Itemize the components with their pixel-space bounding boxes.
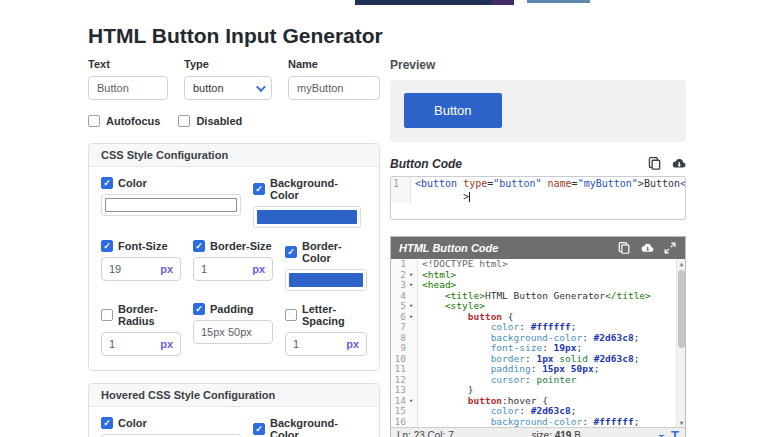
html-code-title: HTML Button Code <box>399 242 498 254</box>
padding-group: Padding 15px 50px <box>193 303 273 356</box>
background-color-checkbox[interactable] <box>253 183 265 195</box>
background-color-group: Background-Color <box>253 177 361 228</box>
padding-label: Padding <box>210 303 253 315</box>
type-field-label: Type <box>184 58 272 70</box>
border-size-group: Border-Size 1 px <box>193 240 273 291</box>
vertical-scrollbar[interactable]: ▲ ▼ <box>676 259 685 427</box>
name-field-label: Name <box>288 58 380 70</box>
name-input-value: myButton <box>297 82 343 94</box>
type-select[interactable]: button <box>184 76 272 100</box>
name-input[interactable]: myButton <box>288 76 380 100</box>
text-input[interactable]: Button <box>88 76 168 100</box>
html-code-panel-header: HTML Button Code <box>391 237 685 259</box>
color-label: Color <box>118 177 147 189</box>
hover-background-checkbox[interactable] <box>253 423 265 435</box>
radius-padding-row: Border-Radius 1 px Padding 15 <box>101 303 367 356</box>
border-size-checkbox[interactable] <box>193 240 205 252</box>
preview-panel: Button <box>390 80 686 142</box>
autofocus-checkbox[interactable] <box>88 115 100 127</box>
border-color-label: Border-Color <box>302 240 367 264</box>
expand-icon[interactable] <box>663 241 677 255</box>
border-color-swatch <box>289 273 363 287</box>
font-size-checkbox[interactable] <box>101 240 113 252</box>
disabled-checkbox-item[interactable]: Disabled <box>178 115 242 127</box>
disabled-label: Disabled <box>196 115 242 127</box>
color-checkbox[interactable] <box>101 177 113 189</box>
border-color-picker[interactable] <box>285 269 367 291</box>
padding-checkbox[interactable] <box>193 303 205 315</box>
border-radius-input[interactable]: 1 px <box>101 332 181 356</box>
border-size-input[interactable]: 1 px <box>193 257 273 281</box>
copy-icon[interactable] <box>617 241 631 255</box>
hover-color-group: Color <box>101 417 241 437</box>
text-field-group: Text Button <box>88 58 168 100</box>
hover-color-row: Color Background-Color <box>101 417 367 437</box>
file-size-unit: B <box>574 430 581 437</box>
font-size-value: 19 <box>109 263 121 275</box>
border-size-label: Border-Size <box>210 240 272 252</box>
background-color-swatch <box>257 210 357 224</box>
font-size-label: Font-Size <box>118 240 168 252</box>
font-size-input[interactable]: 19 px <box>101 257 181 281</box>
scrollbar-thumb[interactable] <box>678 270 685 348</box>
file-size-prefix: size: <box>531 430 552 437</box>
scroll-down-arrow[interactable]: ▼ <box>677 418 685 427</box>
font-increase-button[interactable]: T <box>671 428 679 437</box>
border-radius-unit: px <box>160 338 173 350</box>
letter-spacing-checkbox[interactable] <box>285 309 297 321</box>
browser-chrome-fragment-left <box>355 0 514 5</box>
border-size-unit: px <box>252 263 265 275</box>
autofocus-checkbox-item[interactable]: Autofocus <box>88 115 160 127</box>
border-radius-group: Border-Radius 1 px <box>101 303 181 356</box>
file-size: size: 419 B <box>454 430 659 437</box>
hover-style-card-title: Hovered CSS Style Configuration <box>89 384 379 407</box>
border-radius-checkbox[interactable] <box>101 309 113 321</box>
autofocus-label: Autofocus <box>106 115 160 127</box>
html-code-editor[interactable]: 1<!DOCTYPE html>2▾<html>3▾<head>4 <title… <box>391 259 685 427</box>
padding-input[interactable]: 15px 50px <box>193 320 273 344</box>
cursor-position: Ln: 23 Col: 7 <box>397 430 454 437</box>
font-decrease-button[interactable]: T <box>659 433 665 437</box>
font-border-row: Font-Size 19 px Border-Size 1 <box>101 240 367 291</box>
type-field-group: Type button <box>184 58 272 100</box>
download-icon[interactable] <box>640 241 654 255</box>
disabled-checkbox[interactable] <box>178 115 190 127</box>
output-column: Preview Button Button Code <box>390 58 686 437</box>
button-code-header: Button Code <box>390 155 686 172</box>
background-color-label: Background-Color <box>270 177 361 201</box>
type-select-value: button <box>193 82 224 94</box>
letter-spacing-group: Letter-Spacing 1 px <box>285 303 367 356</box>
button-code-editor[interactable]: 1<button type="button" name="myButton">B… <box>390 176 686 220</box>
basic-fields-row: Text Button Type button Name myButton <box>88 58 380 100</box>
download-icon[interactable] <box>671 156 686 171</box>
copy-icon[interactable] <box>647 156 662 171</box>
hover-color-label: Color <box>118 417 147 429</box>
button-code-title: Button Code <box>390 157 462 171</box>
hover-style-card: Hovered CSS Style Configuration Color Ba… <box>88 383 380 437</box>
border-radius-value: 1 <box>109 338 115 350</box>
editor-statusbar: Ln: 23 Col: 7 size: 419 B T T <box>391 427 685 437</box>
name-field-group: Name myButton <box>288 58 380 100</box>
letter-spacing-unit: px <box>346 338 359 350</box>
border-color-group: Border-Color <box>285 240 367 291</box>
chevron-down-icon <box>256 82 266 92</box>
text-input-value: Button <box>97 82 129 94</box>
css-style-card-title: CSS Style Configuration <box>89 144 379 167</box>
background-color-picker[interactable] <box>253 206 361 228</box>
font-size-group: Font-Size 19 px <box>101 240 181 291</box>
color-picker[interactable] <box>101 194 241 216</box>
color-swatch <box>105 198 237 212</box>
preview-button[interactable]: Button <box>404 93 502 128</box>
color-row: Color Background-Color <box>101 177 367 228</box>
letter-spacing-value: 1 <box>293 338 299 350</box>
hover-color-checkbox[interactable] <box>101 417 113 429</box>
preview-label: Preview <box>390 58 686 72</box>
file-size-value: 419 <box>555 430 572 437</box>
font-size-unit: px <box>160 263 173 275</box>
generator-form-column: Text Button Type button Name myButton Au… <box>88 58 380 437</box>
border-size-value: 1 <box>201 263 207 275</box>
scroll-up-arrow[interactable]: ▲ <box>677 259 685 268</box>
letter-spacing-input[interactable]: 1 px <box>285 332 367 356</box>
border-color-checkbox[interactable] <box>285 246 297 258</box>
css-style-card: CSS Style Configuration Color Background <box>88 143 380 371</box>
